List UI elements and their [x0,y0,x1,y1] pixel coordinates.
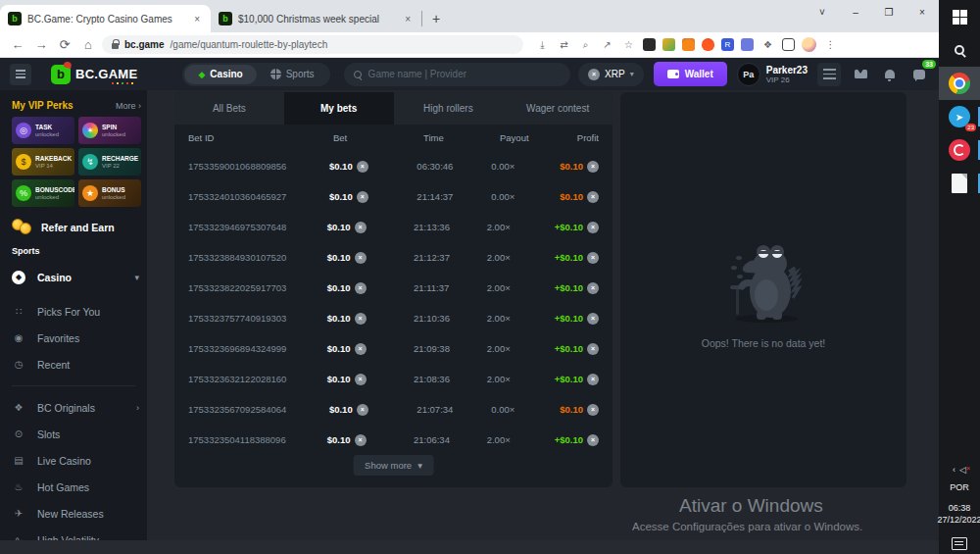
xrp-coin-icon: × [588,69,600,80]
tab-close-icon[interactable]: × [402,13,414,25]
forward-icon[interactable]: → [31,37,51,52]
extensions-puzzle-icon[interactable]: ❖ [760,37,775,52]
game-search-input[interactable]: Game name | Provider [344,63,570,86]
sidebar-panel-icon[interactable] [782,38,795,51]
perk-bonuscode[interactable]: % BONUSCODEunlocked [12,179,74,207]
chrome-icon [949,73,970,94]
sidebar-item-recent[interactable]: ◷ Recent [12,351,139,378]
window-close-button[interactable]: × [906,0,939,24]
bird-extension-icon[interactable] [662,38,675,51]
window-minimize-button[interactable]: – [839,0,872,24]
zoom-icon[interactable]: ⌕ [578,37,593,52]
chrome-profile-avatar[interactable] [802,37,816,52]
flame-extension-icon[interactable] [702,38,714,51]
window-restore-button[interactable]: ❐ [872,0,906,24]
table-row[interactable]: 1753323567092584064 $0.10× 21:07:34 0.00… [174,394,612,425]
bet-id: 1753323567092584064 [188,404,329,415]
perk-task[interactable]: ◎ TASKunlocked [12,117,74,144]
casino-diamond-icon: ◆ [198,70,205,79]
chevron-right-icon: › [136,403,139,413]
perk-rakeback[interactable]: $ RAKEBACKVIP 14 [12,148,74,176]
sidebar-item-favorites[interactable]: ◉ Favorites [12,325,139,351]
refer-and-earn[interactable]: Refer and Earn [12,219,141,236]
home-icon[interactable]: ⌂ [78,37,98,52]
transactions-button[interactable] [817,63,841,86]
notifications-button[interactable] [880,65,900,84]
tab-close-icon[interactable]: × [191,13,203,25]
xrp-coin-icon: × [587,161,599,173]
nav-casino[interactable]: ◆ Casino [184,65,256,84]
vip-perks-title: My VIP Perks [12,100,74,111]
wallet-button[interactable]: Wallet [654,62,727,86]
bcgame-logo[interactable]: b BC.GAME [51,65,138,84]
table-row[interactable]: 1753324010360465927 $0.10× 21:14:37 0.00… [174,181,612,212]
taskbar-telegram-button[interactable]: ➤ 23 [939,100,980,133]
sidebar-item-hot-games[interactable]: ♨ Hot Games [12,474,139,500]
metamask-fox-icon[interactable] [682,38,695,51]
bookmark-star-icon[interactable]: ☆ [621,37,636,52]
url-bar[interactable]: bc.game/game/quantum-roulette-by-playtec… [102,35,523,54]
perk-recharge[interactable]: ↯ RECHARGEVIP 22 [78,148,141,176]
browser-tab-1[interactable]: b BC.Game: Crypto Casino Games × [0,5,211,32]
perk-spin[interactable]: ✶ SPINunlocked [78,117,141,144]
reload-icon[interactable]: ⟳ [55,37,74,52]
table-row[interactable]: 1753323632122028160 $0.10× 21:08:36 2.00… [174,364,612,394]
chat-button[interactable]: 33 [909,65,929,84]
dark-extension-icon[interactable] [643,38,656,51]
sidebar-item-slots[interactable]: ⊙ Slots [12,421,139,447]
tab-all-bets[interactable]: All Bets [174,92,284,125]
page-footer-strip [0,540,939,554]
window-menu-icon[interactable]: ˅ [806,0,839,24]
sidebar-item-picks-for-you[interactable]: ∷ Picks For You [12,298,139,325]
bet-amount: $0.10 [327,313,351,324]
show-more-button[interactable]: Show more ▾ [353,455,434,476]
table-row[interactable]: 1753323884930107520 $0.10× 21:12:37 2.00… [174,242,612,273]
hamburger-menu-icon[interactable] [10,64,31,85]
currency-selector[interactable]: × XRP ▾ [578,63,644,86]
shield-extension-icon[interactable]: R [721,38,734,51]
table-row[interactable]: 1753323504118388096 $0.10× 21:06:34 2.00… [174,425,612,455]
messages-button[interactable] [851,65,870,84]
chrome-menu-icon[interactable]: ⋮ [823,37,838,52]
taskbar-search-button[interactable] [939,33,980,67]
bet-id: 1753323822025917703 [188,282,327,293]
bet-payout: 2.00× [487,282,555,293]
browser-tab-2[interactable]: b $10,000 Christmas week special × [211,5,421,32]
vip-more-link[interactable]: More › [116,101,141,111]
table-row[interactable]: 1753323696894324999 $0.10× 21:09:38 2.00… [174,333,612,364]
volume-muted-icon[interactable]: ◁× [959,465,966,475]
back-icon[interactable]: ← [8,37,27,52]
tab-wager-contest[interactable]: Wager contest [503,92,612,125]
bell-icon [885,70,895,78]
xrp-coin-icon: × [355,252,367,264]
tray-expand-icon[interactable]: ‹ [953,465,956,475]
tab-high-rollers[interactable]: High rollers [394,92,504,125]
taskbar-clock[interactable]: 06:38 27/12/2022 [937,502,980,526]
rakeback-icon: $ [16,154,31,170]
user-profile[interactable]: Pa Parker23 VIP 26 [737,63,808,86]
start-button[interactable] [939,0,980,33]
language-indicator[interactable]: POR [950,482,969,492]
table-row[interactable]: 1753359001068809856 $0.10× 06:30:46 0.00… [174,151,612,181]
tab-my-bets[interactable]: My bets [284,92,394,125]
new-tab-button[interactable]: + [422,11,450,32]
share-icon[interactable]: ↗ [600,37,614,52]
taskbar-chrome-button[interactable] [939,67,980,100]
sidebar-item-casino[interactable]: ◆ Casino ▾ [12,264,139,290]
table-row[interactable]: 1753323946975307648 $0.10× 21:13:36 2.00… [174,212,612,242]
chevron-down-icon: ▾ [134,273,139,282]
translate-icon[interactable]: ⇄ [557,37,571,52]
table-row[interactable]: 1753323757740919303 $0.10× 21:10:36 2.00… [174,303,612,333]
install-app-icon[interactable]: ⤓ [535,37,550,52]
nav-sports[interactable]: Sports [257,65,328,84]
username: Parker23 [766,65,808,76]
table-row[interactable]: 1753323822025917703 $0.10× 21:11:37 2.00… [174,273,612,303]
sidebar-item-bc-originals[interactable]: ❖ BC Originals › [12,394,139,421]
cursor-extension-icon[interactable] [741,38,754,51]
taskbar-red-app-button[interactable] [939,133,980,167]
taskbar-notepad-button[interactable] [939,167,980,200]
sidebar-item-live-casino[interactable]: ▤ Live Casino [12,447,139,474]
perk-bonus[interactable]: ★ BONUSunlocked [78,179,141,207]
action-center-icon[interactable] [952,537,967,550]
sidebar-item-new-releases[interactable]: ✈ New Releases [12,500,139,527]
